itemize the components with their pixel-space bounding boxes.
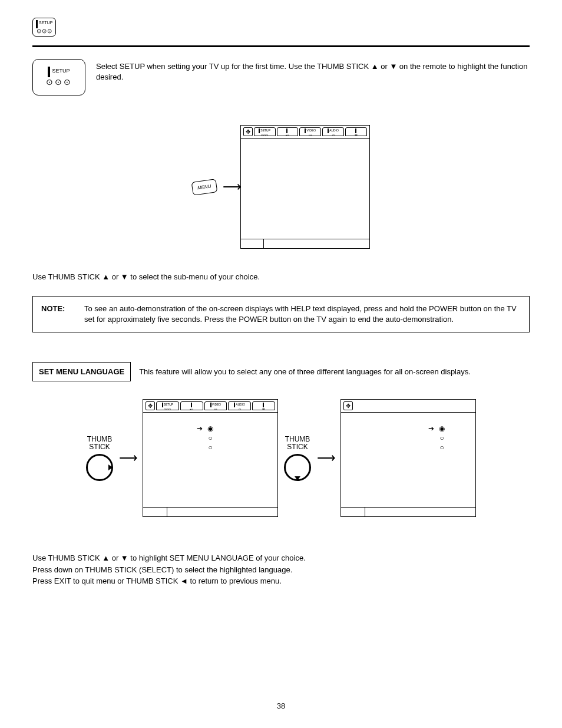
arrow-right-icon: ⟶ bbox=[119, 450, 137, 466]
page-number: 38 bbox=[277, 701, 285, 710]
tab-blank: ▪▫▫ bbox=[180, 401, 203, 410]
instruction-submenu: Use THUMB STICK ▲ or ▼ to select the sub… bbox=[32, 272, 530, 281]
tab-setup: SETUP⊙⊙⊙ bbox=[254, 127, 276, 136]
thumbstick-circle-icon bbox=[86, 454, 113, 481]
intro-text: Select SETUP when setting your TV up for… bbox=[96, 59, 530, 83]
pointer-icon: ➔ bbox=[197, 424, 203, 433]
label: THUMB STICK bbox=[86, 436, 113, 451]
radio-icon: ○ bbox=[439, 434, 445, 443]
move-icon: ✥ bbox=[243, 127, 253, 136]
tab-audio: AUDIO⊙ bbox=[228, 401, 251, 410]
tab-setup: SETUP⊙⊙⊙ bbox=[156, 401, 179, 410]
arrow-right-icon: ⟶ bbox=[317, 450, 335, 466]
radio-selected-icon: ◉ bbox=[207, 424, 213, 434]
tab-video: VIDEO▫▫▫ bbox=[299, 127, 321, 136]
radio-icon: ○ bbox=[207, 434, 213, 443]
pointer-icon: ➔ bbox=[428, 424, 434, 433]
label: SETUP bbox=[39, 21, 52, 25]
tab-misc: ▦ bbox=[345, 127, 367, 136]
move-icon: ✥ bbox=[146, 401, 155, 410]
radio-selected-icon: ◉ bbox=[439, 424, 445, 434]
tab-audio: AUDIO⊙ bbox=[322, 127, 344, 136]
tab-misc: ▦ bbox=[252, 401, 275, 410]
section-title: SET MENU LANGUAGE bbox=[32, 362, 131, 381]
note-box: NOTE: To see an auto-demonstration of th… bbox=[32, 296, 530, 332]
line2: Press down on THUMB STICK (SELECT) to se… bbox=[32, 564, 530, 576]
note-text: To see an auto-demonstration of the on-s… bbox=[84, 304, 521, 325]
arrow-right-icon: ⟶ bbox=[223, 179, 240, 195]
menu-diagram: MENU ⟶ ✥ SETUP⊙⊙⊙ ▪▫▫ VIDEO▫▫▫ AUDIO⊙ ▦ bbox=[32, 125, 530, 249]
divider bbox=[32, 45, 530, 47]
section-desc: This feature will allow you to select an… bbox=[139, 367, 471, 376]
tv-screen-lang2: ✥ SETUP⊙⊙⊙ ➔ ◉ ○ ○ bbox=[340, 399, 476, 517]
note-label: NOTE: bbox=[41, 304, 74, 325]
radio-icon: ○ bbox=[439, 443, 445, 453]
intro-row: SETUP ⊙⊙⊙ Select SETUP when setting your… bbox=[32, 59, 530, 95]
move-icon: ✥ bbox=[343, 401, 353, 410]
menu-button-icon: MENU bbox=[191, 179, 217, 196]
setup-icon-large: SETUP ⊙⊙⊙ bbox=[32, 59, 85, 95]
final-instructions: Use THUMB STICK ▲ or ▼ to highlight SET … bbox=[32, 552, 530, 587]
language-diagram: THUMB STICK ⟶ ✥ SETUP⊙⊙⊙ ▪▫▫ VIDEO▫▫▫ AU… bbox=[32, 399, 530, 517]
tv-screen-lang1: ✥ SETUP⊙⊙⊙ ▪▫▫ VIDEO▫▫▫ AUDIO⊙ ▦ ➔ ◉ ○ ○ bbox=[143, 399, 278, 517]
line3: Press EXIT to quit menu or THUMB STICK ◄… bbox=[32, 575, 530, 587]
label: SETUP bbox=[52, 68, 70, 74]
radio-list: ➔ ◉ ○ ○ bbox=[439, 424, 445, 452]
radio-icon: ○ bbox=[207, 443, 213, 453]
section-row: SET MENU LANGUAGE This feature will allo… bbox=[32, 362, 530, 381]
label: THUMB STICK bbox=[284, 436, 311, 451]
thumbstick-circle-icon bbox=[284, 454, 311, 481]
radio-list: ➔ ◉ ○ ○ bbox=[207, 424, 213, 452]
line1: Use THUMB STICK ▲ or ▼ to highlight SET … bbox=[32, 552, 530, 564]
tab-video: VIDEO▫▫▫ bbox=[204, 401, 227, 410]
thumb-stick-down: THUMB STICK bbox=[284, 436, 311, 480]
thumb-stick-right: THUMB STICK bbox=[86, 436, 113, 480]
tv-screen: ✥ SETUP⊙⊙⊙ ▪▫▫ VIDEO▫▫▫ AUDIO⊙ ▦ bbox=[240, 125, 370, 249]
setup-corner-icon: SETUP ⊙⊙⊙ bbox=[32, 18, 56, 37]
tab-blank: ▪▫▫ bbox=[277, 127, 299, 136]
